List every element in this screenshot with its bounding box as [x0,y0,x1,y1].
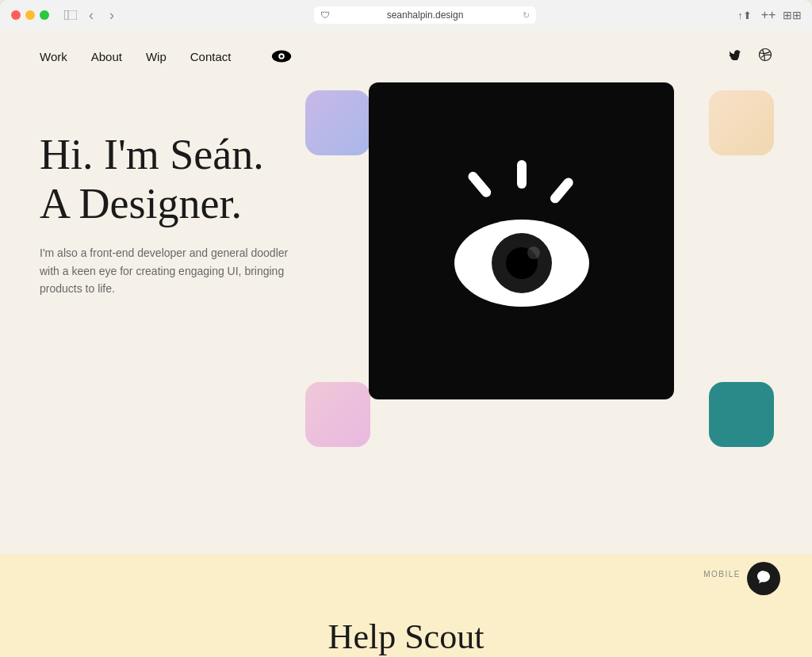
traffic-light-minimize[interactable] [25,10,35,20]
eye-nav-icon [270,48,293,64]
bottom-project-title: Help Scout [328,617,485,657]
chat-bubble-button[interactable] [747,562,780,595]
shield-icon: 🛡 [320,10,330,21]
nav-social-links [730,48,772,65]
hero-headline-line2: A Designer. [40,180,242,227]
new-tab-button[interactable]: + [760,6,777,24]
share-button[interactable]: ⬆ [736,6,753,24]
hero-subtitle: I'm also a front-end developer and gener… [40,244,301,297]
tab-grid-button[interactable]: ⊞ [783,6,801,24]
svg-rect-6 [517,160,527,189]
mobile-label: MOBILE [703,570,741,579]
browser-action-buttons: ⬆ + ⊞ [736,6,801,24]
deco-square-teal [709,382,774,447]
sidebar-toggle-button[interactable] [62,6,79,24]
address-bar[interactable]: seanhalpin.design [314,6,536,24]
traffic-lights [11,10,49,20]
back-button[interactable] [82,6,100,24]
hero-headline-line1: Hi. I'm Seán. [40,131,264,178]
traffic-light-fullscreen[interactable] [40,10,49,20]
dribbble-link[interactable] [758,48,772,65]
eye-illustration [419,146,625,336]
twitter-link[interactable] [730,49,742,63]
navigation: Work About Wip Contact [0,30,812,82]
forward-button[interactable] [103,6,121,24]
svg-rect-0 [64,10,68,20]
svg-point-12 [527,246,540,259]
browser-titlebar: 🛡 seanhalpin.design ↻ ⬆ + ⊞ [0,0,812,30]
svg-rect-7 [466,170,493,199]
traffic-light-close[interactable] [11,10,21,20]
nav-link-work[interactable]: Work [40,50,67,63]
website-content: Work About Wip Contact [0,30,812,657]
refresh-icon[interactable]: ↻ [523,10,530,21]
svg-rect-1 [64,10,77,20]
chat-icon [756,569,772,589]
nav-links: Work About Wip Contact [40,48,293,64]
hero-eye-image [369,82,674,399]
hero-text-block: Hi. I'm Seán. A Designer. I'm also a fro… [40,130,301,297]
deco-square-peach [709,90,774,155]
nav-link-about[interactable]: About [91,50,122,63]
nav-link-contact[interactable]: Contact [190,50,232,63]
address-bar-container: 🛡 seanhalpin.design ↻ [127,6,723,24]
hero-headline: Hi. I'm Seán. A Designer. [40,130,301,228]
svg-point-4 [281,55,284,58]
browser-window: 🛡 seanhalpin.design ↻ ⬆ + ⊞ Work About W… [0,0,812,657]
bottom-section: MOBILE Help Scout [0,554,812,657]
hero-section: Hi. I'm Seán. A Designer. I'm also a fro… [0,82,812,495]
svg-rect-8 [548,176,575,205]
browser-controls [62,6,121,24]
deco-square-pink [305,382,370,447]
deco-square-purple [305,90,370,155]
nav-link-wip[interactable]: Wip [146,50,167,63]
